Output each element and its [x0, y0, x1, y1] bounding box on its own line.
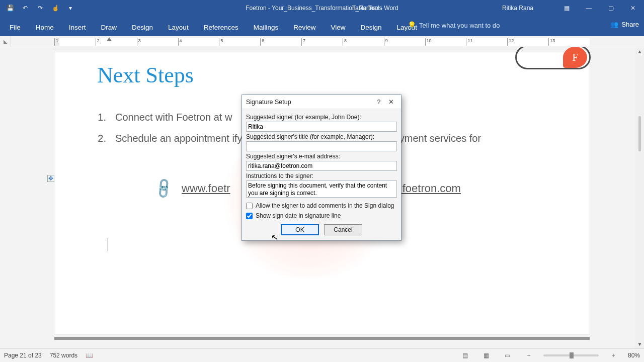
allow-comments-label: Allow the signer to add comments in the …	[256, 202, 394, 209]
word-count[interactable]: 752 words	[50, 352, 77, 359]
ruler-tick: 8	[343, 38, 384, 46]
signer-email-label: Suggested signer's e-mail address:	[246, 153, 397, 160]
signer-title-input[interactable]	[246, 141, 397, 151]
table-move-handle-icon[interactable]: ✥	[47, 175, 54, 182]
signature-setup-dialog: Signature Setup ? ✕ Suggested signer (fo…	[242, 95, 401, 241]
show-date-checkbox-row[interactable]: Show sign date in signature line	[246, 212, 397, 219]
instructions-label: Instructions to the signer:	[246, 172, 397, 179]
select-all-corner[interactable]: ◣	[0, 36, 11, 47]
tell-me-placeholder: Tell me what you want to do	[419, 22, 500, 29]
tab-file[interactable]: File	[2, 19, 28, 36]
dialog-titlebar[interactable]: Signature Setup ? ✕	[242, 95, 401, 109]
ruler-tick: 7	[301, 38, 343, 46]
show-date-label: Show sign date in signature line	[256, 212, 341, 219]
ribbon-options-icon[interactable]: ▦	[555, 0, 578, 16]
tab-design[interactable]: Design	[124, 19, 160, 36]
hyperlink-left[interactable]: www.foetr	[182, 182, 230, 195]
undo-icon[interactable]: ↶	[19, 2, 31, 14]
allow-comments-checkbox[interactable]	[246, 203, 253, 209]
ruler-tick: 6	[260, 38, 301, 46]
scroll-down-icon[interactable]: ▼	[635, 340, 644, 348]
tab-table-design[interactable]: Design	[353, 19, 389, 36]
scroll-thumb[interactable]	[638, 116, 641, 151]
ruler-tick: 12	[507, 38, 548, 46]
tab-draw[interactable]: Draw	[94, 19, 125, 36]
contextual-tools-label: Table Tools	[352, 5, 382, 12]
ruler-tick: 3	[137, 38, 178, 46]
ruler-tick: 4	[178, 38, 219, 46]
tell-me-search[interactable]: 💡 Tell me what you want to do	[408, 21, 500, 29]
indent-marker-icon[interactable]	[107, 37, 112, 41]
signer-label: Suggested signer (for example, John Doe)…	[246, 114, 397, 121]
dialog-close-icon[interactable]: ✕	[385, 98, 397, 106]
ruler-area: ◣ 1 2 3 4 5 6 7 8 9 10 11 12 13	[0, 36, 644, 47]
zoom-in-icon[interactable]: +	[607, 350, 620, 360]
signer-email-input[interactable]	[246, 161, 397, 171]
show-date-checkbox[interactable]	[246, 213, 253, 219]
tab-review[interactable]: Review	[286, 19, 323, 36]
tab-references[interactable]: References	[196, 19, 246, 36]
tab-insert[interactable]: Insert	[61, 19, 94, 36]
zoom-slider[interactable]	[543, 354, 599, 356]
tab-home[interactable]: Home	[28, 19, 61, 36]
zoom-slider-thumb[interactable]	[570, 352, 574, 358]
text-cursor	[108, 238, 108, 251]
horizontal-ruler[interactable]: 1 2 3 4 5 6 7 8 9 10 11 12 13	[54, 38, 590, 46]
zoom-level[interactable]: 80%	[628, 352, 640, 359]
tab-layout[interactable]: Layout	[160, 19, 196, 36]
signer-title-label: Suggested signer's title (for example, M…	[246, 133, 397, 140]
zoom-out-icon[interactable]: −	[522, 350, 535, 360]
logo-bubble-icon: F	[563, 47, 587, 68]
window-controls: ▦ — ▢ ✕	[555, 0, 644, 16]
tab-mailings[interactable]: Mailings	[246, 19, 286, 36]
quick-access-toolbar: 💾 ↶ ↷ ☝ ▾	[0, 2, 76, 14]
qat-customize-icon[interactable]: ▾	[64, 2, 76, 14]
signer-input[interactable]	[246, 122, 397, 132]
ruler-tick: 13	[548, 38, 590, 46]
proofing-icon[interactable]: 📖	[86, 352, 93, 359]
page-count[interactable]: Page 21 of 23	[4, 352, 42, 359]
ruler-tick: 11	[466, 38, 507, 46]
close-icon[interactable]: ✕	[622, 0, 644, 16]
tab-view[interactable]: View	[323, 19, 353, 36]
ribbon-tabs: File Home Insert Draw Design Layout Refe…	[0, 16, 644, 36]
ruler-tick: 9	[384, 38, 425, 46]
redo-icon[interactable]: ↷	[34, 2, 46, 14]
touch-mode-icon[interactable]: ☝	[49, 2, 61, 14]
link-icon: 🔗	[151, 176, 176, 201]
ok-button[interactable]: OK	[281, 224, 319, 235]
brand-logo: F	[515, 47, 591, 69]
maximize-icon[interactable]: ▢	[600, 0, 622, 16]
ruler-tick: 10	[425, 38, 466, 46]
ruler-tick: 5	[219, 38, 260, 46]
cancel-button[interactable]: Cancel	[324, 224, 362, 235]
minimize-icon[interactable]: —	[578, 0, 600, 16]
web-layout-icon[interactable]: ▭	[501, 350, 514, 360]
page-heading: Next Steps	[97, 62, 194, 88]
status-bar: Page 21 of 23 752 words 📖 ▤ ▦ ▭ − + 80%	[0, 348, 644, 362]
read-mode-icon[interactable]: ▤	[459, 350, 472, 360]
hyperlink-right[interactable]: .foetron.com	[399, 182, 461, 195]
ruler-tick: 1	[54, 38, 96, 46]
share-button[interactable]: 👥 Share	[610, 21, 639, 28]
help-icon[interactable]: ?	[373, 99, 385, 106]
lightbulb-icon: 💡	[408, 21, 416, 29]
save-icon[interactable]: 💾	[4, 2, 16, 14]
instructions-textarea[interactable]	[246, 180, 397, 198]
dialog-title: Signature Setup	[246, 99, 291, 106]
print-layout-icon[interactable]: ▦	[480, 350, 493, 360]
share-icon: 👥	[610, 21, 618, 28]
allow-comments-checkbox-row[interactable]: Allow the signer to add comments in the …	[246, 202, 397, 209]
scroll-up-icon[interactable]: ▲	[635, 47, 644, 56]
window-titlebar: 💾 ↶ ↷ ☝ ▾ Foetron - Your_Business_Transf…	[0, 0, 644, 16]
signed-in-user[interactable]: Ritika Rana	[502, 5, 533, 12]
ruler-tick: 2	[96, 38, 137, 46]
vertical-scrollbar[interactable]: ▲ ▼	[635, 47, 644, 348]
share-label: Share	[621, 21, 639, 28]
